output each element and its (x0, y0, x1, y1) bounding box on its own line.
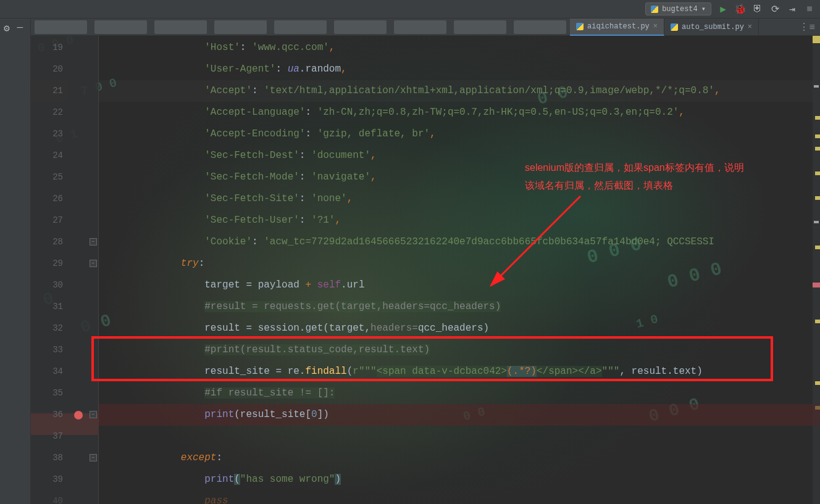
code-line: result = session.get(target,headers=qcc_… (133, 318, 489, 339)
line-number: 32 (31, 318, 68, 339)
code-editor[interactable]: 19 20 21 22 23 24 25 26 27 28 − 29 − 30 … (31, 36, 820, 504)
left-tool-panel: ⚙ — (0, 19, 31, 504)
line-number: 29 (31, 253, 68, 275)
tab-placeholder[interactable] (154, 20, 207, 34)
tab-placeholder[interactable] (35, 20, 87, 34)
line-number: 38 (31, 447, 68, 469)
code-line: #print(result.status_code,result.text) (133, 339, 430, 361)
tab-placeholder[interactable] (334, 20, 387, 34)
code-line: 'Sec-Fetch-Mode': 'navigate', (133, 167, 377, 188)
code-line: result_site = re.findall(r"""<span data-… (133, 361, 703, 382)
tab-label: auto_submit.py (682, 23, 744, 31)
tab-placeholder[interactable] (514, 20, 566, 34)
code-line: 'Cookie': 'acw_tc=7729d2ad16456665232162… (133, 231, 714, 253)
run-button[interactable]: ▶ (718, 4, 729, 15)
line-number: 22 (31, 102, 68, 123)
close-icon[interactable]: × (653, 22, 658, 31)
python-icon (671, 23, 678, 31)
debug-button[interactable]: 🐞 (735, 4, 746, 15)
editor-gutter[interactable]: 19 20 21 22 23 24 25 26 27 28 − 29 − 30 … (31, 36, 99, 504)
code-line: 'Accept-Language': 'zh-CN,zh;q=0.8,zh-TW… (133, 102, 685, 123)
stop-button[interactable]: ■ (804, 4, 815, 15)
fold-marker[interactable]: − (90, 454, 97, 461)
line-number: 21 (31, 80, 68, 102)
annotation-text: selenium版的查归属，如果span标签内有值，说明 该域名有归属，然后截图… (525, 159, 744, 195)
line-number: 25 (31, 167, 68, 188)
line-number: 39 (31, 469, 68, 490)
tab-placeholder[interactable] (454, 20, 506, 34)
code-line: print(result_site[0]) (133, 404, 329, 426)
breakpoint-icon[interactable] (74, 411, 83, 419)
code-line: 'Host': 'www.qcc.com', (133, 37, 335, 59)
code-line: except: (133, 447, 222, 469)
line-number: 34 (31, 361, 68, 382)
tab-placeholder[interactable] (94, 20, 147, 34)
code-line: pass (133, 490, 228, 504)
code-area[interactable]: 'Host': 'www.qcc.com', 'User-Agent': ua.… (99, 36, 820, 504)
close-icon[interactable]: × (748, 23, 752, 31)
code-line: 'Sec-Fetch-User': '?1', (133, 210, 341, 231)
tab-overflow-menu[interactable]: ⋮≡ (794, 19, 820, 35)
code-line: try: (133, 253, 204, 275)
python-icon (651, 6, 658, 13)
line-number: 27 (31, 210, 68, 231)
tab-placeholder[interactable] (214, 20, 267, 34)
tab-label: aiqichatest.py (587, 22, 650, 31)
fold-marker[interactable]: − (90, 260, 97, 267)
line-number: 33 (31, 339, 68, 361)
attach-button[interactable]: ⇥ (787, 4, 798, 15)
line-number: 20 (31, 59, 68, 80)
tab-auto-submit[interactable]: auto_submit.py × (664, 19, 759, 36)
profile-button[interactable]: ⟳ (769, 4, 780, 15)
line-number: 19 (31, 37, 68, 59)
top-toolbar: bugtest4 ▾ ▶ 🐞 ⛨ ⟳ ⇥ ■ (0, 0, 820, 19)
line-number: 28 (31, 231, 68, 253)
code-line: 'Sec-Fetch-Dest': 'document', (133, 145, 377, 167)
run-config-label: bugtest4 (662, 5, 698, 14)
line-number: 24 (31, 145, 68, 167)
code-line: 'Accept-Encoding': 'gzip, deflate, br', (133, 123, 436, 145)
tab-aiqichatest[interactable]: aiqichatest.py × (570, 19, 664, 36)
code-line: print("has some wrong") (133, 469, 341, 490)
line-number: 23 (31, 123, 68, 145)
chevron-down-icon: ▾ (701, 4, 706, 14)
line-number: 26 (31, 188, 68, 210)
collapse-icon[interactable]: — (17, 22, 27, 32)
code-line: #if result_site != []: (133, 382, 335, 404)
code-line: #result = requests.get(target,headers=qc… (133, 296, 501, 318)
tab-placeholder[interactable] (274, 20, 327, 34)
line-number: 31 (31, 296, 68, 318)
run-config-selector[interactable]: bugtest4 ▾ (645, 2, 711, 15)
fold-marker[interactable]: − (90, 238, 97, 246)
code-line: 'Accept': 'text/html,application/xhtml+x… (133, 80, 721, 102)
python-icon (576, 23, 584, 30)
tab-placeholder[interactable] (394, 20, 446, 34)
code-line: target = payload + self.url (133, 275, 364, 296)
gear-icon[interactable]: ⚙ (4, 22, 14, 32)
editor-tab-bar: aiqichatest.py × auto_submit.py × ⋮≡ (31, 19, 820, 36)
code-line: 'User-Agent': ua.random, (133, 59, 347, 80)
line-number: 35 (31, 382, 68, 404)
line-number: 40 (31, 490, 68, 504)
line-number: 37 (31, 426, 68, 447)
code-line: 'Sec-Fetch-Site': 'none', (133, 188, 353, 210)
line-number: 30 (31, 275, 68, 296)
line-number: 36 (31, 404, 68, 426)
fold-marker[interactable]: − (90, 411, 97, 418)
coverage-button[interactable]: ⛨ (752, 4, 763, 15)
